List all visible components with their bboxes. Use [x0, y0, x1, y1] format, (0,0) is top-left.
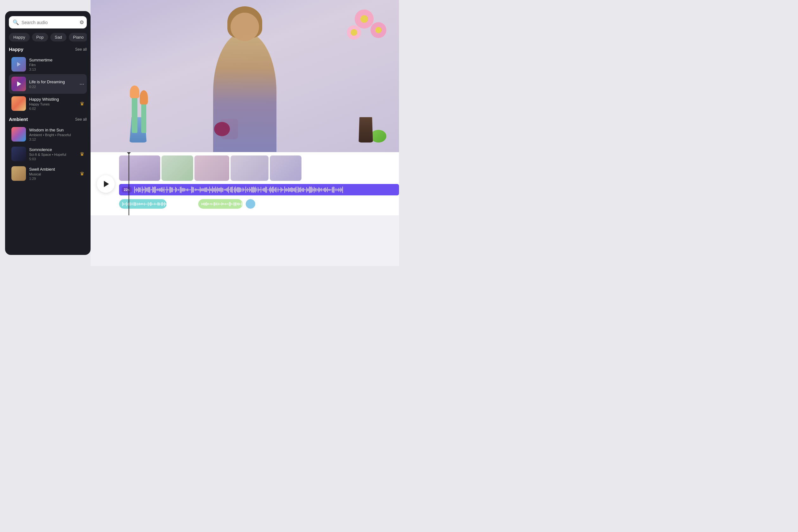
track-info-life-dreaming: Life is for Dreaming 0:22: [29, 79, 76, 89]
track-meta-somnolence: Sci-fi & Space • Hopeful: [29, 153, 77, 156]
track-info-swell-ambient: Swell Ambient Musical 1:29: [29, 167, 77, 180]
track-info-somnolence: Somnolence Sci-fi & Space • Hopeful 5:03: [29, 147, 77, 161]
track-name-summertime: Summertime: [29, 58, 84, 62]
video-strip: [119, 155, 399, 181]
tulip-1: [132, 95, 137, 133]
track-meta-swell-ambient: Musical: [29, 172, 77, 176]
playhead-marker: [129, 152, 129, 215]
track-name-wisdom-sun: Wisdom in the Sun: [29, 128, 84, 132]
track-name-happy-whistling: Happy Whistling: [29, 97, 77, 102]
track-item-life-dreaming[interactable]: Life is for Dreaming 0:22 ···: [9, 74, 87, 94]
tag-pop[interactable]: Pop: [32, 33, 48, 41]
search-bar: 🔍 ⚙: [9, 16, 87, 28]
grapes: [214, 122, 230, 136]
track-thumb-happy-whistling: [12, 96, 26, 111]
track-duration-life-dreaming: 0:22: [29, 85, 76, 89]
track-duration-wisdom-sun: 3:12: [29, 137, 84, 141]
track-item-wisdom-sun[interactable]: Wisdom in the Sun Ambient • Bright • Pea…: [9, 125, 87, 144]
track-info-happy-whistling: Happy Whistling Happy Tunes 6:02: [29, 97, 77, 111]
tulip-2: [141, 101, 146, 133]
premium-icon-somnolence: ♛: [80, 151, 84, 157]
track-thumb-somnolence: [12, 147, 26, 161]
track-item-somnolence[interactable]: Somnolence Sci-fi & Space • Hopeful 5:03…: [9, 144, 87, 164]
video-thumb-2: [162, 155, 193, 181]
audio-track-teal[interactable]: [119, 199, 167, 209]
person-head: [230, 13, 259, 41]
video-thumb-1: [119, 155, 160, 181]
track-duration-happy-whistling: 6:02: [29, 107, 77, 111]
search-icon: 🔍: [13, 19, 19, 25]
track-thumb-swell-ambient: [12, 166, 26, 181]
happy-section-title: Happy: [9, 46, 23, 52]
more-options-icon[interactable]: ···: [79, 81, 84, 88]
track-name-life-dreaming: Life is for Dreaming: [29, 79, 76, 84]
search-input[interactable]: [21, 20, 77, 25]
audio-library-panel: 🔍 ⚙ Happy Pop Sad Piano Jazz Bi› Happy S…: [5, 11, 91, 255]
track-item-happy-whistling[interactable]: Happy Whistling Happy Tunes 6:02 ♛: [9, 94, 87, 113]
tag-sad[interactable]: Sad: [50, 33, 66, 41]
track-meta-happy-whistling: Happy Tunes: [29, 102, 77, 106]
waveform-green: [202, 202, 243, 207]
filter-icon[interactable]: ⚙: [79, 19, 84, 25]
track-info-wisdom-sun: Wisdom in the Sun Ambient • Bright • Pea…: [29, 128, 84, 141]
track-thumb-wisdom-sun: [12, 127, 26, 141]
video-preview: [91, 0, 399, 152]
play-triangle-icon: [104, 181, 109, 187]
track-duration-summertime: 3:13: [29, 68, 84, 71]
audio-track-blue-sm[interactable]: [246, 199, 255, 209]
happy-section-header: Happy See all: [9, 46, 87, 52]
editor-panel: 22s ☞: [91, 0, 399, 266]
track-meta-wisdom-sun: Ambient • Bright • Peaceful: [29, 133, 84, 137]
audio-track-green[interactable]: [198, 199, 243, 209]
track-name-somnolence: Somnolence: [29, 147, 77, 152]
tag-piano[interactable]: Piano: [69, 33, 87, 41]
ambient-see-all[interactable]: See all: [75, 117, 87, 121]
dark-vase: [358, 117, 374, 142]
waveform-purple: [134, 186, 397, 193]
time-badge: 22s: [121, 187, 132, 192]
track-info-summertime: Summertime Film 3:13: [29, 58, 84, 71]
premium-icon-happy-whistling: ♛: [80, 101, 84, 107]
track-name-swell-ambient: Swell Ambient: [29, 167, 77, 172]
track-thumb-life-dreaming: [12, 77, 26, 91]
timeline-area: 22s ☞: [91, 152, 399, 215]
track-duration-somnolence: 5:03: [29, 157, 77, 161]
play-button[interactable]: [97, 175, 115, 193]
video-thumb-4: [230, 155, 268, 181]
track-meta-summertime: Film: [29, 63, 84, 67]
ambient-section-header: Ambient See all: [9, 116, 87, 122]
track-item-summertime[interactable]: Summertime Film 3:13: [9, 55, 87, 74]
happy-see-all[interactable]: See all: [75, 47, 87, 52]
ambient-section-title: Ambient: [9, 116, 28, 122]
track-thumb-summertime: [12, 57, 26, 72]
video-thumb-5: [270, 155, 302, 181]
audio-track-purple[interactable]: 22s: [119, 184, 399, 195]
track-item-swell-ambient[interactable]: Swell Ambient Musical 1:29 ♛: [9, 164, 87, 183]
tags-row: Happy Pop Sad Piano Jazz Bi›: [9, 33, 87, 41]
fruit-decoration: [370, 130, 386, 142]
video-thumb-3: [194, 155, 229, 181]
playhead-diamond: [127, 152, 131, 154]
track-duration-swell-ambient: 1:29: [29, 177, 77, 180]
tag-happy[interactable]: Happy: [9, 33, 30, 41]
premium-icon-swell-ambient: ♛: [80, 171, 84, 177]
